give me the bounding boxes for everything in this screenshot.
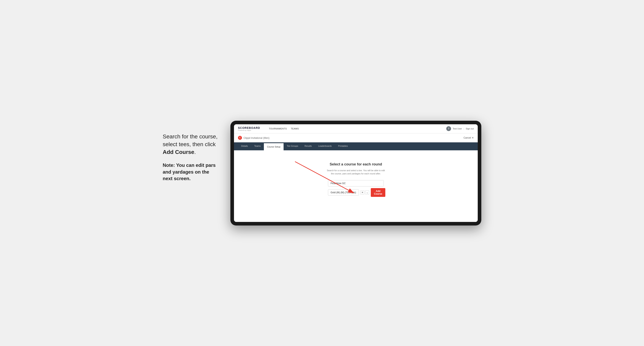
tab-results[interactable]: Results — [301, 142, 315, 150]
tournament-name: Clippd Invitational (Men) — [244, 136, 270, 139]
main-content: Select a course for each round Search fo… — [234, 150, 478, 222]
tab-printables[interactable]: Printables — [335, 142, 351, 150]
page-container: Search for the course, select tees, then… — [163, 121, 481, 225]
tee-select-row: Gold (M) (M) (7010 yds) ✕ ⌄ Add Course — [328, 188, 384, 197]
tab-tee-groups[interactable]: Tee Groups — [284, 142, 301, 150]
tee-select-dropdown[interactable]: Gold (M) (M) (7010 yds) — [328, 189, 359, 196]
header-nav: TOURNAMENTS TEAMS — [269, 128, 299, 130]
tab-course-setup[interactable]: Course Setup — [264, 143, 284, 150]
app-header: SCOREBOARD Powered by clippd TOURNAMENTS… — [234, 124, 478, 133]
user-name: Test User — [453, 128, 462, 130]
tee-clear-button[interactable]: ✕ — [360, 190, 364, 194]
annotation-panel: Search for the course, select tees, then… — [163, 121, 218, 188]
tablet-frame: SCOREBOARD Powered by clippd TOURNAMENTS… — [230, 121, 481, 225]
nav-teams[interactable]: TEAMS — [291, 128, 299, 130]
nav-tabs: Details Teams Course Setup Tee Groups Re… — [234, 142, 478, 150]
course-select-description: Search for a course and select a tee. Yo… — [326, 169, 386, 175]
annotation-text: Search for the course, select tees, then… — [163, 133, 218, 156]
tournament-icon: C — [238, 136, 242, 140]
tournament-header: C Clippd Invitational (Men) Cancel ✕ — [234, 133, 478, 142]
tee-expand-button[interactable]: ⌄ — [365, 190, 369, 194]
tournament-gender: (Men) — [263, 137, 270, 139]
sign-out-link[interactable]: Sign out — [466, 128, 474, 130]
cancel-button[interactable]: Cancel ✕ — [464, 136, 474, 139]
tournament-title: C Clippd Invitational (Men) — [238, 136, 270, 140]
annotation-note: Note: You can edit pars and yardages on … — [163, 162, 218, 182]
course-select-title: Select a course for each round — [330, 162, 382, 167]
user-avatar: T — [446, 126, 451, 131]
tab-teams[interactable]: Teams — [251, 142, 264, 150]
course-search-input[interactable] — [328, 180, 384, 186]
tablet-screen: SCOREBOARD Powered by clippd TOURNAMENTS… — [234, 124, 478, 222]
annotation-bold: Add Course — [163, 149, 194, 155]
tab-leaderboards[interactable]: Leaderboards — [315, 142, 335, 150]
nav-tournaments[interactable]: TOURNAMENTS — [269, 128, 287, 130]
logo-sub: Powered by clippd — [238, 130, 260, 131]
logo-area: SCOREBOARD Powered by clippd — [238, 126, 260, 131]
tab-details[interactable]: Details — [238, 142, 251, 150]
header-right: T Test User | Sign out — [446, 126, 474, 131]
add-course-button[interactable]: Add Course — [371, 188, 385, 197]
logo-text: SCOREBOARD — [238, 126, 260, 130]
